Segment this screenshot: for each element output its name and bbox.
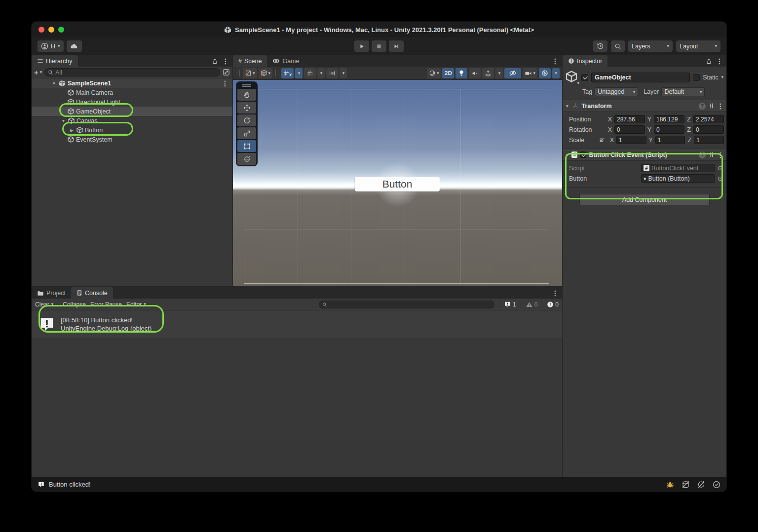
grid-snapping-toggle[interactable]: Y <box>281 68 294 78</box>
warning-filter-toggle[interactable]: 0 <box>526 301 538 308</box>
help-icon[interactable]: ? <box>699 152 706 158</box>
static-checkbox[interactable] <box>693 74 700 81</box>
gameobject-icon-selector[interactable]: ▾ <box>566 71 578 84</box>
layer-dropdown[interactable]: Default ▾ <box>661 87 705 96</box>
position-y-field[interactable] <box>654 115 684 123</box>
link-broken-icon[interactable] <box>598 137 606 144</box>
rotate-tool-button[interactable] <box>237 114 256 126</box>
button-click-event-header[interactable]: ▼ # Button Click Event (Script) ? ⋮ <box>563 149 726 161</box>
object-name-field[interactable] <box>591 73 690 82</box>
progress-check-icon[interactable] <box>713 481 720 489</box>
editor-dropdown[interactable]: Editor ▾ <box>126 301 146 308</box>
search-everywhere-button[interactable] <box>611 40 625 52</box>
position-z-field[interactable] <box>693 115 724 123</box>
hierarchy-search[interactable] <box>44 68 220 76</box>
button-object-field[interactable]: ● Button (Button) <box>641 174 715 183</box>
tab-scene[interactable]: # Scene <box>233 55 267 67</box>
component-menu-icon[interactable]: ⋮ <box>717 151 724 159</box>
help-icon[interactable]: ? <box>699 103 706 110</box>
tool-handle-position-button[interactable]: ▾ <box>243 68 257 78</box>
clear-button[interactable]: Clear ▾ <box>35 301 53 308</box>
hierarchy-scene-row[interactable]: ▼ SampleScene1 ⋮ <box>32 78 232 88</box>
tab-inspector[interactable]: Inspector <box>563 55 607 67</box>
foldout-open-icon[interactable]: ▼ <box>51 81 57 86</box>
pause-button[interactable] <box>372 40 386 52</box>
close-window-button[interactable] <box>38 27 44 33</box>
tool-handle-rotation-button[interactable]: ▾ <box>259 68 273 78</box>
hierarchy-search-input[interactable] <box>55 69 217 76</box>
rotation-x-field[interactable] <box>614 125 645 134</box>
info-filter-toggle[interactable]: 1 <box>504 301 516 308</box>
rect-tool-button[interactable] <box>237 140 256 152</box>
undo-history-button[interactable] <box>593 40 607 52</box>
gizmos-toggle[interactable] <box>539 68 551 78</box>
hierarchy-item-gameobject[interactable]: GameObject <box>32 107 232 116</box>
hierarchy-item-eventsystem[interactable]: EventSystem <box>32 135 232 144</box>
tag-dropdown[interactable]: Untagged ▾ <box>595 87 638 96</box>
auto-refresh-disabled-icon[interactable] <box>697 481 705 489</box>
static-dropdown-icon[interactable]: ▾ <box>721 75 723 79</box>
rotation-z-field[interactable] <box>693 125 724 134</box>
collapse-toggle[interactable]: Collapse <box>63 301 86 308</box>
snap-increment-dropdown[interactable]: ▾ <box>340 68 347 78</box>
console-menu-icon[interactable]: ⋮ <box>552 289 559 297</box>
scale-z-field[interactable] <box>694 136 724 144</box>
scale-x-field[interactable] <box>616 136 646 144</box>
object-picker-icon[interactable]: ⊙ <box>718 175 723 182</box>
view-tool-button[interactable] <box>237 89 256 101</box>
create-object-button[interactable]: + ▾ <box>34 68 42 76</box>
scale-tool-button[interactable] <box>237 127 256 139</box>
transform-header[interactable]: ▼ Transform ? ⋮ <box>563 100 726 112</box>
active-checkbox[interactable] <box>581 74 588 81</box>
scene-lighting-toggle[interactable] <box>455 68 467 78</box>
zoom-window-button[interactable] <box>58 27 64 33</box>
tab-game[interactable]: Game <box>267 55 304 67</box>
foldout-closed-icon[interactable]: ▶ <box>69 128 75 133</box>
grid-visibility-button[interactable] <box>304 68 316 78</box>
foldout-open-icon[interactable]: ▼ <box>565 104 569 109</box>
unlock-icon[interactable] <box>706 58 712 64</box>
account-button[interactable]: H ▾ <box>38 40 64 52</box>
2d-view-toggle[interactable]: 2D <box>442 68 454 78</box>
audio-mute-toggle[interactable] <box>469 68 481 78</box>
position-x-field[interactable] <box>614 115 645 123</box>
hierarchy-menu-icon[interactable]: ⋮ <box>222 57 229 65</box>
scene-camera-button[interactable]: ▾ <box>523 68 537 78</box>
component-enabled-checkbox[interactable] <box>580 152 586 158</box>
hierarchy-item-main-camera[interactable]: Main Camera <box>32 88 232 97</box>
scene-menu-icon[interactable]: ⋮ <box>222 79 228 87</box>
script-object-field[interactable]: # ButtonClickEvent <box>641 164 715 172</box>
console-search[interactable] <box>319 301 494 308</box>
minimize-window-button[interactable] <box>48 27 54 33</box>
move-tool-button[interactable] <box>237 102 256 114</box>
scene-menu-icon[interactable]: ⋮ <box>552 57 559 65</box>
effects-dropdown[interactable]: ▾ <box>495 68 503 78</box>
debug-bug-icon[interactable] <box>666 481 674 489</box>
step-button[interactable] <box>389 40 404 52</box>
toolbar-grip[interactable] <box>237 70 240 76</box>
grid-snapping-dropdown[interactable]: ▾ <box>295 68 303 78</box>
console-detail-pane[interactable] <box>32 442 562 477</box>
scene-visibility-toggle[interactable] <box>504 68 521 78</box>
transform-menu-icon[interactable]: ⋮ <box>717 102 724 110</box>
object-picker-icon[interactable]: ⊙ <box>718 164 723 172</box>
play-button[interactable] <box>354 40 369 52</box>
grid-visibility-dropdown[interactable]: ▾ <box>317 68 325 78</box>
effects-button[interactable] <box>482 68 494 78</box>
error-pause-toggle[interactable]: Error Pause <box>90 301 122 308</box>
scale-y-field[interactable] <box>655 136 685 144</box>
log-entry[interactable]: [08:58:10] Button clicked! UnityEngine.D… <box>32 310 562 339</box>
tab-project[interactable]: Project <box>32 287 71 299</box>
cloud-services-button[interactable] <box>67 40 82 52</box>
tab-hierarchy[interactable]: Hierarchy <box>32 55 78 67</box>
picker-window-icon[interactable] <box>223 69 230 76</box>
layout-dropdown[interactable]: Layout ▾ <box>676 40 720 52</box>
rotation-y-field[interactable] <box>654 125 684 134</box>
scene-ui-button[interactable]: Button <box>355 177 440 191</box>
unlock-icon[interactable] <box>212 58 218 64</box>
foldout-open-icon[interactable]: ▼ <box>61 118 66 123</box>
snap-increment-button[interactable] <box>326 68 338 78</box>
tab-console[interactable]: Console <box>71 287 113 299</box>
console-search-input[interactable] <box>329 302 491 307</box>
presets-icon[interactable] <box>708 103 715 109</box>
